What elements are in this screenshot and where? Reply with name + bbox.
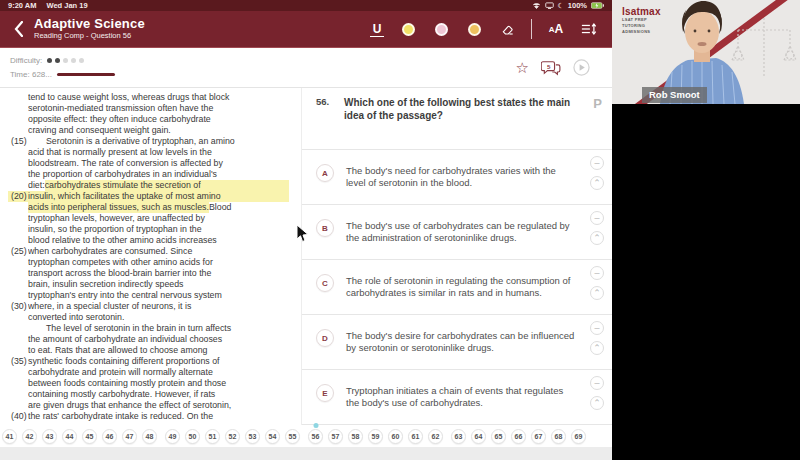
nav-question-52[interactable]: 52 <box>225 429 240 444</box>
answer-card-D[interactable]: DThe body's desire for carbohydrates can… <box>302 315 612 370</box>
nav-question-63[interactable]: 63 <box>451 429 466 444</box>
nav-question-44[interactable]: 44 <box>62 429 77 444</box>
answer-letter-badge[interactable]: D <box>316 329 334 347</box>
passage-line: (20)insulin, which facilitates the uptak… <box>8 191 289 202</box>
nav-question-48[interactable]: 48 <box>142 429 157 444</box>
chat-bubble-icon[interactable]: 5 <box>541 60 561 76</box>
play-video-icon[interactable] <box>573 59 590 76</box>
toolbar-divider <box>531 19 532 39</box>
passage-panel[interactable]: tend to cause weight loss, whereas drugs… <box>0 88 302 425</box>
difficulty-dot <box>71 58 76 63</box>
nav-question-62[interactable]: 62 <box>428 429 443 444</box>
nav-question-68[interactable]: 68 <box>551 429 566 444</box>
clock-date: Wed Jan 19 <box>46 1 87 10</box>
difficulty-dots <box>47 58 84 63</box>
highlighted-text: carbohydrates stimulate the secretion of <box>45 180 201 191</box>
font-size-button[interactable]: AA <box>547 20 565 38</box>
line-number: (35) <box>11 356 27 367</box>
mouse-cursor <box>296 224 309 243</box>
passage-line: tryptophan levels, however, are unaffect… <box>8 213 289 224</box>
lsatmax-logo: lsatmax LSAT PREP TUTORING ADMISSIONS <box>622 6 661 35</box>
eraser-tool-button[interactable] <box>498 20 516 38</box>
nav-question-64[interactable]: 64 <box>471 429 486 444</box>
yellow-highlighter-button[interactable] <box>399 20 417 38</box>
status-bar: 9:20 AM Wed Jan 19 ☾ 100% <box>0 0 612 11</box>
collapse-answer-icon[interactable]: ⌃ <box>590 231 604 245</box>
eliminate-answer-icon[interactable]: – <box>590 376 604 390</box>
nav-question-56[interactable]: 56 <box>308 429 323 444</box>
nav-question-54[interactable]: 54 <box>265 429 280 444</box>
answer-text: The body's use of carbohydrates can be r… <box>346 220 578 244</box>
collapse-answer-icon[interactable]: ⌃ <box>590 286 604 300</box>
eliminate-answer-icon[interactable]: – <box>590 321 604 335</box>
nav-question-60[interactable]: 60 <box>388 429 403 444</box>
pink-highlighter-button[interactable] <box>432 20 450 38</box>
nav-question-69[interactable]: 69 <box>571 429 586 444</box>
nav-question-46[interactable]: 46 <box>102 429 117 444</box>
difficulty-dot <box>79 58 84 63</box>
passage-line: the proportion of carbohydrates in an in… <box>8 169 289 180</box>
battery-icon <box>591 2 604 9</box>
collapse-answer-icon[interactable]: ⌃ <box>590 396 604 410</box>
difficulty-label: Difficulty: <box>10 56 42 65</box>
answer-card-A[interactable]: AThe body's need for carbohydrates varie… <box>302 150 612 205</box>
answer-text: The body's need for carbohydrates varies… <box>346 165 578 189</box>
participant-video[interactable]: lsatmax LSAT PREP TUTORING ADMISSIONS Ro… <box>612 0 800 104</box>
passage-line: (30)where, in a special cluster of neuro… <box>8 301 289 312</box>
answer-letter-badge[interactable]: C <box>316 274 334 292</box>
back-button[interactable] <box>10 18 26 40</box>
nav-question-51[interactable]: 51 <box>205 429 220 444</box>
eliminate-answer-icon[interactable]: – <box>590 211 604 225</box>
nav-question-45[interactable]: 45 <box>82 429 97 444</box>
passage-line: the amount of carbohydrate an individual… <box>8 334 289 345</box>
collapse-answer-icon[interactable]: ⌃ <box>590 341 604 355</box>
nav-question-59[interactable]: 59 <box>368 429 383 444</box>
bottom-gap <box>0 447 612 460</box>
nav-question-67[interactable]: 67 <box>531 429 546 444</box>
answer-letter-badge[interactable]: A <box>316 164 334 182</box>
nav-question-53[interactable]: 53 <box>245 429 260 444</box>
nav-question-42[interactable]: 42 <box>22 429 37 444</box>
nav-question-58[interactable]: 58 <box>348 429 363 444</box>
passage-line: tend to cause weight loss, whereas drugs… <box>8 92 289 103</box>
orange-highlighter-button[interactable] <box>465 20 483 38</box>
nav-question-49[interactable]: 49 <box>165 429 180 444</box>
question-card: 56. Which one of the following best stat… <box>302 88 612 150</box>
eliminate-answer-icon[interactable]: – <box>590 156 604 170</box>
answers-list: AThe body's need for carbohydrates varie… <box>302 150 612 425</box>
answer-card-E[interactable]: ETryptophan initiates a chain of events … <box>302 370 612 425</box>
answer-letter-badge[interactable]: E <box>316 384 334 402</box>
answer-letter-badge[interactable]: B <box>316 219 334 237</box>
nav-question-47[interactable]: 47 <box>122 429 137 444</box>
passage-line: are given drugs that enhance the effect … <box>8 400 289 411</box>
nav-question-65[interactable]: 65 <box>491 429 506 444</box>
nav-question-43[interactable]: 43 <box>42 429 57 444</box>
line-spacing-button[interactable] <box>580 20 598 38</box>
flag-p-icon[interactable]: P <box>593 96 604 149</box>
passage-line: brain, insulin secretion indirectly spee… <box>8 279 289 290</box>
nav-question-66[interactable]: 66 <box>511 429 526 444</box>
favorite-star-icon[interactable]: ☆ <box>516 60 529 75</box>
nav-question-61[interactable]: 61 <box>408 429 423 444</box>
passage-line: to eat. Rats that are allowed to choose … <box>8 345 289 356</box>
passage-line: opposite effect: they often induce carbo… <box>8 114 289 125</box>
passage-line: diet: carbohydrates stimulate the secret… <box>8 180 289 191</box>
answer-card-B[interactable]: BThe body's use of carbohydrates can be … <box>302 205 612 260</box>
time-label: Time: 628... <box>10 70 52 79</box>
nav-question-57[interactable]: 57 <box>328 429 343 444</box>
page-subtitle: Reading Comp - Question 56 <box>34 32 145 41</box>
nav-question-50[interactable]: 50 <box>185 429 200 444</box>
nav-question-41[interactable]: 41 <box>2 429 17 444</box>
question-nav-group: 56575859606162 <box>308 429 443 444</box>
question-navigator[interactable]: 4142434445464748495051525354555657585960… <box>0 425 612 447</box>
do-not-disturb-moon-icon: ☾ <box>558 2 564 10</box>
underline-tool-button[interactable]: U <box>370 22 384 37</box>
collapse-answer-icon[interactable]: ⌃ <box>590 176 604 190</box>
answer-text: The body's desire for carbohydrates can … <box>346 330 578 354</box>
eliminate-answer-icon[interactable]: – <box>590 266 604 280</box>
nav-question-55[interactable]: 55 <box>285 429 300 444</box>
answer-card-C[interactable]: CThe role of serotonin in regulating the… <box>302 260 612 315</box>
wifi-icon <box>532 2 541 9</box>
answer-text: Tryptophan initiates a chain of events t… <box>346 385 578 409</box>
passage-line: The level of serotonin in the brain in t… <box>8 323 289 334</box>
